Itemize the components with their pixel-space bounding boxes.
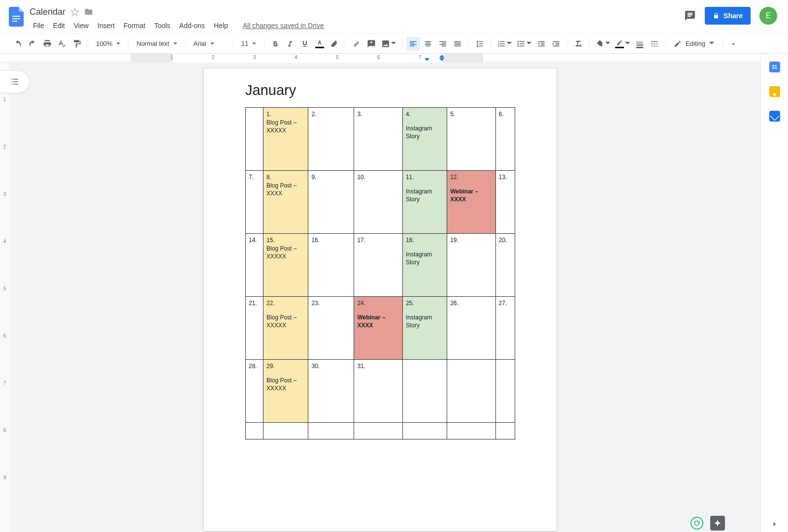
calendar-cell[interactable]: 27.: [495, 297, 515, 360]
menu-view[interactable]: View: [70, 20, 92, 31]
calendar-cell[interactable]: [447, 360, 495, 423]
print-button[interactable]: [40, 37, 54, 51]
align-left-button[interactable]: [406, 37, 420, 51]
calendar-cell[interactable]: 2.: [308, 108, 354, 171]
left-indent-marker[interactable]: [439, 58, 444, 61]
page-heading[interactable]: January: [245, 82, 515, 98]
calendar-cell[interactable]: 31.: [354, 360, 402, 423]
calendar-cell[interactable]: [263, 423, 308, 439]
menu-format[interactable]: Format: [120, 20, 149, 31]
bold-button[interactable]: [268, 37, 282, 51]
calendar-cell[interactable]: 14.: [246, 234, 263, 297]
calendar-cell[interactable]: [246, 423, 263, 439]
bulleted-list-button[interactable]: [515, 37, 533, 51]
highlight-color-button[interactable]: [328, 37, 341, 51]
underline-button[interactable]: [298, 37, 312, 51]
calendar-cell[interactable]: 16.: [308, 234, 354, 297]
explore-button[interactable]: [710, 516, 725, 531]
calendar-cell[interactable]: 13.: [495, 171, 515, 234]
calendar-cell[interactable]: 1.Blog Post – XXXXX: [263, 108, 308, 171]
clear-formatting-button[interactable]: [571, 37, 585, 51]
calendar-cell[interactable]: [354, 423, 402, 439]
calendar-cell[interactable]: 20.: [495, 234, 515, 297]
save-status[interactable]: All changes saved in Drive: [239, 20, 328, 31]
paint-format-button[interactable]: [70, 37, 84, 51]
document-outline-toggle[interactable]: [0, 70, 30, 93]
calendar-cell[interactable]: 26.: [447, 297, 495, 360]
calendar-cell[interactable]: 22.Blog Post – XXXXX: [263, 297, 308, 360]
editing-mode-select[interactable]: Editing: [670, 37, 718, 51]
decrease-indent-button[interactable]: [534, 37, 548, 51]
calendar-cell[interactable]: [495, 423, 515, 439]
menu-tools[interactable]: Tools: [151, 20, 174, 31]
text-color-button[interactable]: [313, 37, 327, 51]
collapse-toolbar-button[interactable]: [726, 37, 740, 51]
grammarly-icon[interactable]: [690, 517, 703, 530]
calendar-cell[interactable]: 25.Instagram Story: [402, 297, 447, 360]
calendar-cell[interactable]: 6.: [495, 108, 515, 171]
font-family-select[interactable]: Arial: [190, 37, 229, 51]
google-calendar-icon[interactable]: 31: [769, 62, 780, 72]
document-canvas[interactable]: 1234567 123456789 January 1.Blog Post – …: [0, 54, 760, 532]
first-line-indent-marker[interactable]: [439, 55, 444, 58]
right-indent-marker[interactable]: [425, 58, 429, 61]
align-center-button[interactable]: [421, 37, 435, 51]
account-avatar[interactable]: E: [759, 7, 777, 25]
undo-button[interactable]: [11, 37, 25, 51]
border-color-button[interactable]: [613, 37, 632, 51]
calendar-cell[interactable]: 8.Blog Post – XXXX: [263, 171, 308, 234]
border-width-button[interactable]: [633, 37, 647, 51]
menu-file[interactable]: File: [30, 20, 48, 31]
star-icon[interactable]: [70, 7, 79, 16]
side-panel-toggle[interactable]: [770, 520, 779, 531]
docs-logo-icon[interactable]: [7, 7, 27, 27]
calendar-cell[interactable]: 19.: [447, 234, 495, 297]
calendar-cell[interactable]: 12.Webinar – XXXX: [447, 171, 495, 234]
calendar-cell[interactable]: 9.: [308, 171, 354, 234]
cell-fill-color-button[interactable]: [593, 37, 612, 51]
calendar-cell[interactable]: [246, 108, 263, 171]
insert-link-button[interactable]: [350, 37, 363, 51]
document-page[interactable]: January 1.Blog Post – XXXXX2.3.4.Instagr…: [204, 68, 557, 531]
insert-image-button[interactable]: [379, 37, 398, 51]
calendar-cell[interactable]: 17.: [354, 234, 402, 297]
menu-help[interactable]: Help: [210, 20, 231, 31]
calendar-cell[interactable]: [447, 423, 495, 439]
align-justify-button[interactable]: [451, 37, 464, 51]
calendar-cell[interactable]: [402, 423, 447, 439]
numbered-list-button[interactable]: [495, 37, 514, 51]
menu-addons[interactable]: Add-ons: [176, 20, 208, 31]
italic-button[interactable]: [283, 37, 297, 51]
calendar-cell[interactable]: 28.: [246, 360, 263, 423]
google-keep-icon[interactable]: [769, 86, 780, 97]
calendar-cell[interactable]: 7.: [246, 171, 263, 234]
insert-comment-button[interactable]: [364, 37, 378, 51]
calendar-cell[interactable]: 3.: [354, 108, 402, 171]
paragraph-style-select[interactable]: Normal text: [132, 37, 181, 51]
calendar-cell[interactable]: 29.Blog Post – XXXXX: [263, 360, 308, 423]
calendar-cell[interactable]: 4.Instagram Story: [402, 108, 447, 171]
zoom-select[interactable]: 100%: [92, 37, 124, 51]
line-spacing-button[interactable]: [473, 37, 487, 51]
calendar-cell[interactable]: 10.: [354, 171, 402, 234]
open-comments-icon[interactable]: [684, 10, 696, 22]
spellcheck-button[interactable]: [55, 37, 69, 51]
increase-indent-button[interactable]: [549, 37, 563, 51]
calendar-cell[interactable]: 18.Instagram Story: [402, 234, 447, 297]
calendar-cell[interactable]: 5.: [447, 108, 495, 171]
font-size-select[interactable]: 11: [237, 37, 260, 51]
calendar-cell[interactable]: 24.Webinar – XXXX: [354, 297, 402, 360]
calendar-cell[interactable]: [495, 360, 515, 423]
doc-title[interactable]: Calendar: [30, 7, 66, 17]
move-to-folder-icon[interactable]: [84, 7, 93, 16]
horizontal-ruler[interactable]: 1234567: [0, 54, 760, 63]
calendar-table[interactable]: 1.Blog Post – XXXXX2.3.4.Instagram Story…: [245, 107, 515, 439]
calendar-cell[interactable]: [308, 423, 354, 439]
menu-insert[interactable]: Insert: [94, 20, 118, 31]
redo-button[interactable]: [26, 37, 39, 51]
align-right-button[interactable]: [436, 37, 450, 51]
menu-edit[interactable]: Edit: [50, 20, 68, 31]
share-button[interactable]: Share: [705, 7, 751, 25]
calendar-cell[interactable]: 30.: [308, 360, 354, 423]
calendar-cell[interactable]: 11.Instagram Story: [402, 171, 447, 234]
